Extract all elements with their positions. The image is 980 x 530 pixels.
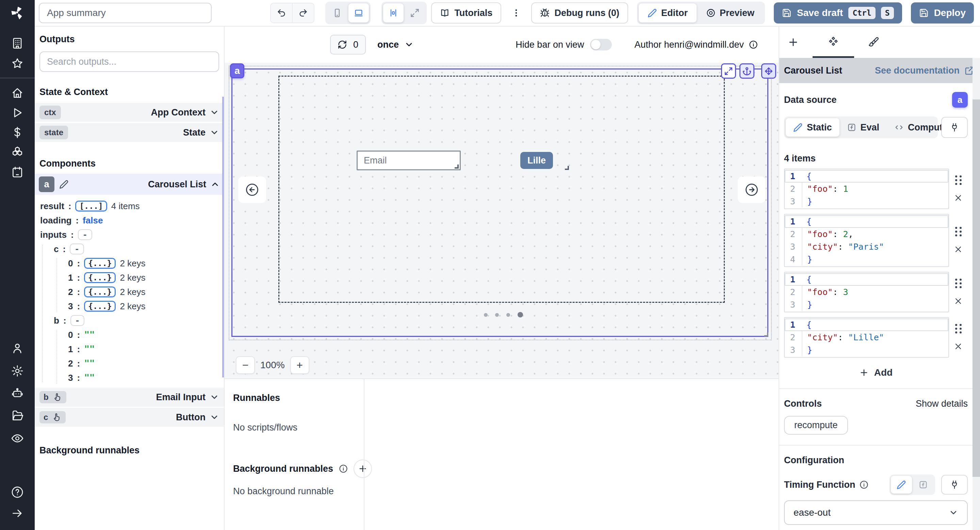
info-icon[interactable] [749,40,758,49]
redo-button[interactable] [293,3,314,22]
see-documentation-link[interactable]: See documentation [875,65,975,76]
rail-item-favorites[interactable] [0,54,35,73]
json-editor[interactable]: 1{2"city": "Lille"3} [784,317,949,358]
carousel-dot[interactable] [495,313,499,317]
carousel-dot-active[interactable] [517,312,523,318]
rail-item-home[interactable] [0,84,35,102]
json-editor[interactable]: 1{2"foo": 2,3"city": "Paris"4} [784,214,949,267]
output-tree-row[interactable]: 3:"" [35,370,224,385]
json-line[interactable]: 1{ [785,170,948,183]
desktop-view-button[interactable] [348,3,369,22]
rail-item-audit[interactable] [0,429,35,448]
remove-item-button[interactable] [953,296,963,306]
inspector-scrollbar[interactable] [972,58,980,530]
carousel-dot[interactable] [484,313,488,317]
output-tree-row[interactable]: inputs:- [35,228,224,242]
zoom-in-button[interactable]: + [290,356,309,374]
context-row-state[interactable]: state State [35,123,224,142]
drag-handle-icon[interactable] [955,279,962,288]
json-line[interactable]: 3} [785,195,948,208]
json-line[interactable]: 2"foo": 2, [785,228,948,241]
rail-item-runs[interactable] [0,104,35,122]
rename-component-button[interactable] [59,179,69,189]
search-outputs-input[interactable] [40,51,219,72]
json-line[interactable]: 1{ [785,273,948,286]
json-line[interactable]: 2"foo": 1 [785,183,948,195]
json-line[interactable]: 2"city": "Lille" [785,331,948,344]
insert-component-tab[interactable] [785,32,801,53]
component-tag[interactable]: a [230,63,244,78]
rail-item-folders[interactable] [0,407,35,425]
rail-item-collapse[interactable] [0,504,35,522]
json-line[interactable]: 1{ [785,318,948,331]
rail-item-apps[interactable] [0,34,35,53]
full-width-button[interactable] [404,3,425,22]
remove-item-button[interactable] [953,193,963,203]
timing-eval-button[interactable] [913,476,934,493]
rail-item-schedules[interactable] [0,163,35,181]
context-row-ctx[interactable]: ctx App Context [35,103,224,122]
move-component-button[interactable] [761,63,776,79]
eval-mode-button[interactable]: Eval [840,118,887,137]
refresh-button[interactable]: 0 [330,35,366,54]
json-line[interactable]: 3"city": "Paris" [785,241,948,253]
json-line[interactable]: 4} [785,253,948,266]
json-line[interactable]: 3} [785,344,948,356]
schedule-select[interactable]: once [377,40,414,50]
debug-runs-button[interactable]: Debug runs (0) [531,2,628,24]
settings-tab-active[interactable] [826,32,841,53]
save-draft-button[interactable]: Save draft Ctrl S [774,2,902,24]
hide-bar-toggle[interactable] [590,39,612,50]
center-content-button[interactable] [383,3,404,22]
app-summary-input[interactable] [39,3,212,23]
output-tree-row[interactable]: b:- [35,313,224,328]
resize-handle[interactable] [764,332,768,337]
connect-button[interactable] [941,117,968,138]
recompute-button[interactable]: recompute [784,416,848,435]
carousel-next-button[interactable] [738,176,765,203]
rail-item-workers[interactable] [0,384,35,402]
output-tree-row[interactable]: 2:{...}2 keys [35,285,224,299]
remove-item-button[interactable] [953,342,963,351]
output-tree-row[interactable]: c:- [35,242,224,256]
undo-button[interactable] [271,3,292,22]
json-editor[interactable]: 1{2"foo": 13} [784,169,949,209]
resize-handle[interactable] [565,166,569,170]
component-row-carousel[interactable]: a Carousel List [35,174,224,195]
windmill-logo[interactable] [0,0,35,27]
json-line[interactable]: 3} [785,299,948,311]
carousel-prev-button[interactable] [238,176,266,203]
preview-tab[interactable]: Preview [697,3,763,22]
zoom-out-button[interactable]: − [236,356,255,374]
json-line[interactable]: 1{ [785,215,948,228]
output-tree-row[interactable]: 0:"" [35,328,224,342]
rail-item-resources[interactable] [0,143,35,161]
output-tree-row[interactable]: 1:{...}2 keys [35,270,224,285]
email-input-component[interactable] [356,150,461,170]
rail-item-variables[interactable] [0,123,35,142]
mobile-view-button[interactable] [327,3,347,22]
output-tree-row[interactable]: 0:{...}2 keys [35,256,224,270]
editor-tab[interactable]: Editor [639,3,697,22]
drag-handle-icon[interactable] [955,176,962,185]
remove-item-button[interactable] [953,244,963,254]
styling-tab[interactable] [865,32,881,53]
output-tree-row[interactable]: 3:{...}2 keys [35,299,224,313]
expand-component-button[interactable] [721,63,736,79]
json-line[interactable]: 2"foo": 3 [785,286,948,299]
static-mode-button[interactable]: Static [786,118,840,137]
add-background-runnable-button[interactable] [353,460,372,478]
timing-function-select[interactable]: ease-out [784,500,968,525]
rail-item-users[interactable] [0,339,35,358]
inspector-scrollbar-thumb[interactable] [972,99,980,477]
drag-handle-icon[interactable] [955,227,962,236]
deploy-button[interactable]: Deploy [911,2,974,24]
canvas[interactable]: a Lille − 100% + [224,63,778,378]
component-row-email-input[interactable]: b Email Input [35,388,224,407]
output-tree-row[interactable]: loading:false [35,213,224,228]
outputs-scrollbar[interactable] [222,97,224,377]
drag-handle-icon[interactable] [955,324,962,334]
timing-static-button[interactable] [891,476,912,493]
connect-button[interactable] [941,475,968,495]
tutorials-button[interactable]: Tutorials [431,2,501,24]
